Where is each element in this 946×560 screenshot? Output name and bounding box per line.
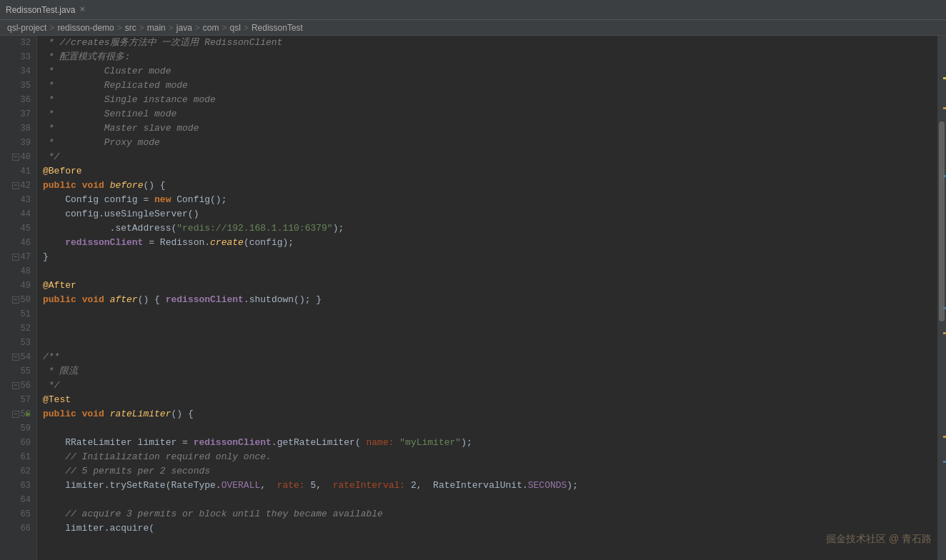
code-line-56: */ <box>43 379 937 393</box>
line-num-64: 64 <box>0 493 31 507</box>
code-line-54: /** <box>43 350 937 364</box>
code-line-66: limiter.acquire( <box>43 521 937 536</box>
breadcrumb-qsl-project[interactable]: qsl-project <box>7 23 46 33</box>
line-num-52: 52 <box>0 321 31 336</box>
code-line-59 <box>43 421 937 436</box>
code-line-62: // 5 permits per 2 seconds <box>43 464 937 479</box>
code-line-37: * Sentinel mode <box>43 107 937 121</box>
code-line-36: * Single instance mode <box>43 93 937 107</box>
line-num-44: 44 <box>0 207 31 221</box>
code-line-40: */ <box>43 150 937 164</box>
scrollbar-marker <box>943 107 946 109</box>
breadcrumb-java[interactable]: java <box>176 23 192 33</box>
line-num-39: 39 <box>0 136 31 150</box>
breadcrumb-com[interactable]: com <box>203 23 219 33</box>
breadcrumb-class[interactable]: RedissonTest <box>252 23 303 33</box>
fold-icon-54[interactable]: − <box>12 354 19 361</box>
line-number-gutter: 3233343536373839−4041−4243444546−474849−… <box>0 36 37 560</box>
code-line-65: // acquire 3 permits or block until they… <box>43 507 937 521</box>
code-line-52 <box>43 321 937 336</box>
code-line-60: RRateLimiter limiter = redissonClient.ge… <box>43 436 937 450</box>
breadcrumb: qsl-project > redisson-demo > src > main… <box>0 20 946 36</box>
scrollbar-marker <box>943 307 946 309</box>
code-line-38: * Master slave mode <box>43 121 937 136</box>
line-num-37: 37 <box>0 107 31 121</box>
line-num-65: 65 <box>0 507 31 521</box>
code-line-61: // Initialization required only once. <box>43 450 937 464</box>
line-num-61: 61 <box>0 450 31 464</box>
breadcrumb-sep7: > <box>244 23 249 33</box>
line-num-62: 62 <box>0 464 31 479</box>
code-line-49: @After <box>43 279 937 293</box>
scrollbar-marker <box>943 77 946 79</box>
code-line-57: @Test <box>43 393 937 407</box>
line-num-58: −▶58 <box>0 407 31 421</box>
vertical-scrollbar[interactable] <box>937 36 946 560</box>
line-num-60: 60 <box>0 436 31 450</box>
line-num-38: 38 <box>0 121 31 136</box>
line-num-34: 34 <box>0 64 31 79</box>
line-num-56: −56 <box>0 379 31 393</box>
fold-icon-47[interactable]: − <box>12 254 19 261</box>
line-num-57: 57 <box>0 393 31 407</box>
code-line-43: Config config = new Config(); <box>43 193 937 207</box>
breadcrumb-sep3: > <box>139 23 144 33</box>
breadcrumb-sep2: > <box>117 23 122 33</box>
breadcrumb-sep4: > <box>169 23 174 33</box>
line-num-35: 35 <box>0 79 31 93</box>
title-bar: RedissonTest.java × <box>0 0 946 20</box>
scrollbar-marker <box>943 461 946 463</box>
breadcrumb-main[interactable]: main <box>147 23 166 33</box>
code-line-58: public void rateLimiter() { <box>43 407 937 421</box>
scrollbar-marker <box>943 436 946 438</box>
line-num-32: 32 <box>0 36 31 50</box>
line-num-50: −50 <box>0 293 31 307</box>
line-num-63: 63 <box>0 479 31 493</box>
line-num-48: 48 <box>0 264 31 279</box>
code-line-50: public void after() { redissonClient.shu… <box>43 293 937 307</box>
code-line-51 <box>43 307 937 321</box>
fold-icon-40[interactable]: − <box>12 154 19 161</box>
line-num-42: −42 <box>0 179 31 193</box>
breadcrumb-src[interactable]: src <box>125 23 136 33</box>
close-tab-button[interactable]: × <box>79 4 85 15</box>
fold-icon-50[interactable]: − <box>12 296 19 304</box>
code-line-33: * 配置模式有很多: <box>43 50 937 64</box>
line-num-55: 55 <box>0 364 31 379</box>
line-num-47: −47 <box>0 250 31 264</box>
code-line-45: .setAddress("redis://192.168.1.110:6379"… <box>43 221 937 236</box>
code-line-55: * 限流 <box>43 364 937 379</box>
breadcrumb-redisson-demo[interactable]: redisson-demo <box>57 23 114 33</box>
line-num-45: 45 <box>0 221 31 236</box>
fold-icon-56[interactable]: − <box>12 382 19 389</box>
line-num-40: −40 <box>0 150 31 164</box>
run-icon-58[interactable]: ▶ <box>26 407 31 421</box>
editor-area: 3233343536373839−4041−4243444546−474849−… <box>0 36 946 560</box>
line-num-53: 53 <box>0 336 31 350</box>
code-line-39: * Proxy mode <box>43 136 937 150</box>
code-line-41: @Before <box>43 164 937 179</box>
code-line-48 <box>43 264 937 279</box>
line-num-66: 66 <box>0 521 31 536</box>
code-line-63: limiter.trySetRate(RateType.OVERALL, rat… <box>43 479 937 493</box>
line-num-33: 33 <box>0 50 31 64</box>
breadcrumb-sep5: > <box>195 23 200 33</box>
fold-icon-58[interactable]: − <box>12 411 19 418</box>
line-num-54: −54 <box>0 350 31 364</box>
code-line-35: * Replicated mode <box>43 79 937 93</box>
line-num-41: 41 <box>0 164 31 179</box>
scrollbar-thumb[interactable] <box>939 121 945 321</box>
line-num-49: 49 <box>0 279 31 293</box>
tab-filename[interactable]: RedissonTest.java <box>6 5 75 15</box>
code-content[interactable]: * //creates服务方法中 一次适用 RedissonClient * 配… <box>37 36 937 560</box>
code-line-34: * Cluster mode <box>43 64 937 79</box>
line-num-59: 59 <box>0 421 31 436</box>
code-line-46: redissonClient = Redisson.create(config)… <box>43 236 937 250</box>
line-num-46: 46 <box>0 236 31 250</box>
scrollbar-marker <box>943 175 946 177</box>
watermark: 掘金技术社区 @ 青石路 <box>826 533 932 546</box>
fold-icon-42[interactable]: − <box>12 182 19 189</box>
line-num-36: 36 <box>0 93 31 107</box>
code-line-44: config.useSingleServer() <box>43 207 937 221</box>
breadcrumb-qsl[interactable]: qsl <box>230 23 241 33</box>
